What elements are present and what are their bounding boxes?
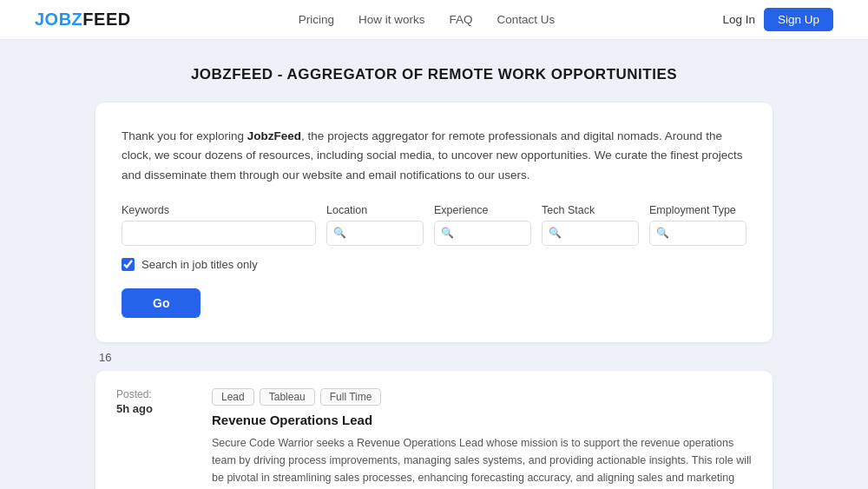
nav-pricing[interactable]: Pricing (299, 13, 334, 26)
intro-text: Thank you for exploring (122, 129, 247, 142)
tag-tableau: Tableau (260, 388, 315, 406)
logo-jobs: JOBZ (35, 10, 82, 29)
navbar-actions: Log In Sign Up (722, 8, 833, 31)
tag-lead: Lead (212, 388, 254, 406)
job-body: Lead Tableau Full Time Revenue Operation… (212, 388, 752, 489)
emp-type-search-icon: 🔍 (656, 227, 669, 239)
signup-button[interactable]: Sign Up (764, 8, 833, 31)
job-titles-checkbox[interactable] (122, 258, 135, 271)
checkbox-label: Search in job titles only (141, 258, 258, 271)
nav-links: Pricing How it works FAQ Contact Us (299, 13, 556, 26)
job-description: Secure Code Warrior seeks a Revenue Oper… (212, 434, 752, 489)
job-tags: Lead Tableau Full Time (212, 388, 752, 406)
emp-type-input-wrapper: 🔍 (649, 221, 746, 246)
search-card: Thank you for exploring JobzFeed, the pr… (95, 102, 773, 342)
keywords-field-group: Keywords (122, 204, 316, 246)
tag-fulltime: Full Time (320, 388, 382, 406)
go-button[interactable]: Go (122, 288, 201, 318)
job-time: 5h ago (116, 402, 194, 415)
login-button[interactable]: Log In (722, 13, 755, 26)
page-title: JOBZFEED - AGGREGATOR OF REMOTE WORK OPP… (95, 66, 773, 83)
location-label: Location (326, 204, 424, 216)
emp-type-label: Employment Type (649, 204, 746, 216)
results-count: 16 (95, 351, 773, 364)
search-intro: Thank you for exploring JobzFeed, the pr… (122, 127, 746, 185)
experience-field-group: Experience 🔍 (434, 204, 531, 246)
emp-type-field-group: Employment Type 🔍 (649, 204, 746, 246)
nav-faq[interactable]: FAQ (450, 13, 473, 26)
job-meta: Posted: 5h ago (116, 388, 194, 489)
tech-stack-search-icon: 🔍 (549, 227, 562, 239)
location-input-wrapper: 🔍 (326, 221, 424, 246)
tech-stack-label: Tech Stack (542, 204, 639, 216)
job-card: Posted: 5h ago Lead Tableau Full Time Re… (95, 371, 773, 489)
brand-mention: JobzFeed (247, 129, 301, 142)
location-search-icon: 🔍 (333, 227, 346, 239)
logo[interactable]: JOBZFEED (35, 10, 131, 30)
nav-contact-us[interactable]: Contact Us (497, 13, 556, 26)
page-content: JOBZFEED - AGGREGATOR OF REMOTE WORK OPP… (78, 40, 790, 489)
posted-label: Posted: (116, 388, 194, 400)
tech-stack-input-wrapper: 🔍 (542, 221, 639, 246)
experience-label: Experience (434, 204, 531, 216)
tech-stack-field-group: Tech Stack 🔍 (542, 204, 639, 246)
location-field-group: Location 🔍 (326, 204, 424, 246)
job-title: Revenue Operations Lead (212, 413, 752, 427)
keywords-input[interactable] (122, 221, 316, 246)
checkbox-row: Search in job titles only (122, 258, 746, 271)
keywords-label: Keywords (122, 204, 316, 216)
experience-search-icon: 🔍 (441, 227, 454, 239)
experience-input-wrapper: 🔍 (434, 221, 531, 246)
logo-feed: FEED (82, 10, 130, 29)
nav-how-it-works[interactable]: How it works (358, 13, 425, 26)
search-fields: Keywords Location 🔍 Experience 🔍 (122, 204, 746, 246)
navbar: JOBZFEED Pricing How it works FAQ Contac… (0, 0, 868, 40)
